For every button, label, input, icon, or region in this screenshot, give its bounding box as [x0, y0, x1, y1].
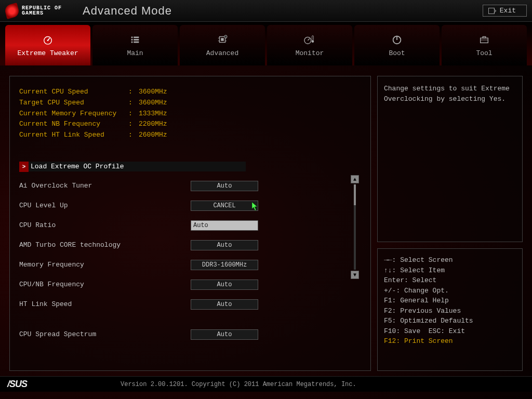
settings-list: Ai Overclock TunerAutoCPU Level UpCANCEL…	[19, 180, 361, 340]
exit-button[interactable]: Exit	[483, 5, 527, 17]
setting-row-cpu-level-up[interactable]: CPU Level UpCANCEL	[19, 200, 361, 211]
svg-rect-2	[131, 36, 133, 38]
tab-label: Tool	[476, 49, 492, 57]
setting-row-amd-turbo-core-technology[interactable]: AMD Turbo CORE technologyAuto	[19, 240, 361, 251]
setting-value-dropdown[interactable]: CANCEL	[191, 201, 258, 211]
toolbox-icon	[477, 34, 491, 45]
tab-label: Extreme Tweaker	[17, 49, 78, 57]
tab-bar: Extreme TweakerMainAdvancedMonitorBootTo…	[0, 22, 532, 65]
key-hints-box: →←: Select Screen↑↓: Select ItemEnter: S…	[377, 248, 523, 371]
help-text-box: Change settings to suit Extreme Overcloc…	[377, 76, 523, 242]
setting-label: Memory Frequency	[19, 261, 191, 269]
svg-rect-6	[131, 41, 133, 43]
tab-boot[interactable]: Boot	[354, 25, 440, 65]
rog-logo: REPUBLIC OF GAMERS	[5, 4, 62, 18]
tab-main[interactable]: Main	[92, 25, 178, 65]
list-icon	[128, 34, 142, 45]
help-text: Change settings to suit Extreme Overcloc…	[384, 85, 510, 103]
header-bar: REPUBLIC OF GAMERS Advanced Mode Exit	[0, 0, 532, 22]
scrollbar[interactable]: ▲ ▼	[351, 175, 359, 279]
stat-colon: :	[128, 109, 139, 119]
key-hint: →←: Select Screen	[384, 255, 516, 265]
main-panel: Current CPU Speed:3600MHzTarget CPU Spee…	[9, 76, 371, 371]
setting-value-dropdown[interactable]: Auto	[191, 329, 258, 340]
tab-monitor[interactable]: Monitor	[267, 25, 352, 65]
stat-row: Current CPU Speed:3600MHz	[19, 87, 361, 98]
setting-label: CPU Level Up	[19, 202, 191, 209]
svg-rect-20	[481, 38, 488, 43]
chip-icon	[216, 34, 229, 45]
key-hint: F12: Print Screen	[384, 336, 516, 347]
page-title: Advanced Mode	[83, 4, 172, 18]
svg-rect-21	[483, 36, 486, 38]
scroll-down-button[interactable]: ▼	[351, 271, 359, 279]
stat-label: Current Memory Frequency	[19, 109, 128, 119]
setting-value-dropdown[interactable]: DDR3-1600MHz	[191, 260, 258, 270]
key-hint: F10: Save ESC: Exit	[384, 326, 516, 337]
rog-eye-icon	[4, 3, 20, 19]
stat-colon: :	[128, 130, 139, 141]
setting-row-cpu-nb-frequency[interactable]: CPU/NB FrequencyAuto	[19, 279, 361, 290]
tab-extreme-tweaker[interactable]: Extreme Tweaker	[5, 25, 90, 65]
setting-value-dropdown[interactable]: Auto	[191, 299, 258, 310]
key-hint: Enter: Select	[384, 275, 516, 286]
svg-rect-9	[221, 38, 224, 41]
submenu-arrow-icon: >	[19, 162, 29, 172]
setting-row-cpu-spread-spectrum[interactable]: CPU Spread SpectrumAuto	[19, 329, 361, 340]
thermometer-icon	[303, 34, 316, 45]
tab-label: Monitor	[296, 49, 324, 57]
setting-label: Ai Overclock Tuner	[19, 182, 191, 190]
gauge-icon	[41, 34, 55, 45]
stat-row: Current HT Link Speed:2600MHz	[19, 130, 361, 141]
setting-value-dropdown[interactable]: Auto	[191, 240, 258, 250]
setting-row-ht-link-speed[interactable]: HT Link SpeedAuto	[19, 299, 361, 310]
stat-row: Current Memory Frequency:1333MHz	[19, 109, 361, 119]
scroll-thumb[interactable]	[354, 184, 356, 205]
stat-colon: :	[128, 98, 139, 109]
svg-point-17	[312, 40, 314, 43]
svg-rect-16	[312, 35, 314, 40]
tab-label: Main	[127, 49, 143, 57]
exit-label: Exit	[500, 7, 516, 15]
tab-advanced[interactable]: Advanced	[180, 25, 265, 65]
key-hint: F5: Optimized Defaults	[384, 316, 516, 326]
brand-line1: REPUBLIC OF	[22, 6, 62, 11]
tab-label: Boot	[389, 49, 405, 57]
setting-label: CPU/NB Frequency	[19, 281, 191, 288]
tab-label: Advanced	[206, 49, 238, 57]
asus-logo: /SUS	[7, 379, 27, 390]
tab-tool[interactable]: Tool	[442, 25, 527, 65]
stat-label: Current HT Link Speed	[19, 130, 128, 141]
stat-colon: :	[128, 87, 139, 98]
setting-value-dropdown[interactable]: Auto	[191, 280, 258, 290]
stat-row: Current NB Frequency:2200MHz	[19, 119, 361, 130]
svg-rect-3	[134, 36, 139, 38]
stat-value: 3600MHz	[139, 98, 167, 109]
stat-value: 2200MHz	[139, 119, 167, 130]
stat-label: Target CPU Speed	[19, 98, 128, 109]
key-hint: +/-: Change Opt.	[384, 286, 516, 296]
brand-line2: GAMERS	[22, 11, 62, 16]
content-area: Current CPU Speed:3600MHzTarget CPU Spee…	[0, 65, 532, 376]
setting-row-memory-frequency[interactable]: Memory FrequencyDDR3-1600MHz	[19, 259, 361, 271]
svg-rect-4	[131, 39, 133, 41]
stat-label: Current NB Frequency	[19, 119, 128, 130]
stat-row: Target CPU Speed:3600MHz	[19, 98, 361, 109]
system-stats: Current CPU Speed:3600MHzTarget CPU Spee…	[19, 87, 361, 141]
scroll-up-button[interactable]: ▲	[351, 175, 359, 183]
setting-row-cpu-ratio[interactable]: CPU RatioAuto	[19, 220, 361, 231]
key-hint: F2: Previous Values	[384, 306, 516, 316]
setting-value-dropdown[interactable]: Auto	[191, 220, 258, 231]
scroll-track[interactable]	[354, 184, 356, 270]
stat-colon: :	[128, 119, 139, 130]
setting-label: AMD Turbo CORE technology	[19, 241, 191, 249]
setting-value-dropdown[interactable]: Auto	[191, 181, 258, 191]
setting-label: CPU Spread Spectrum	[19, 330, 191, 338]
key-hint: F1: General Help	[384, 296, 516, 306]
exit-icon	[488, 8, 495, 14]
side-panel: Change settings to suit Extreme Overcloc…	[377, 76, 523, 371]
setting-row-ai-overclock-tuner[interactable]: Ai Overclock TunerAuto	[19, 180, 361, 192]
load-oc-profile-item[interactable]: > Load Extreme OC Profile	[19, 162, 249, 172]
svg-point-1	[47, 39, 49, 41]
svg-rect-5	[134, 39, 139, 41]
